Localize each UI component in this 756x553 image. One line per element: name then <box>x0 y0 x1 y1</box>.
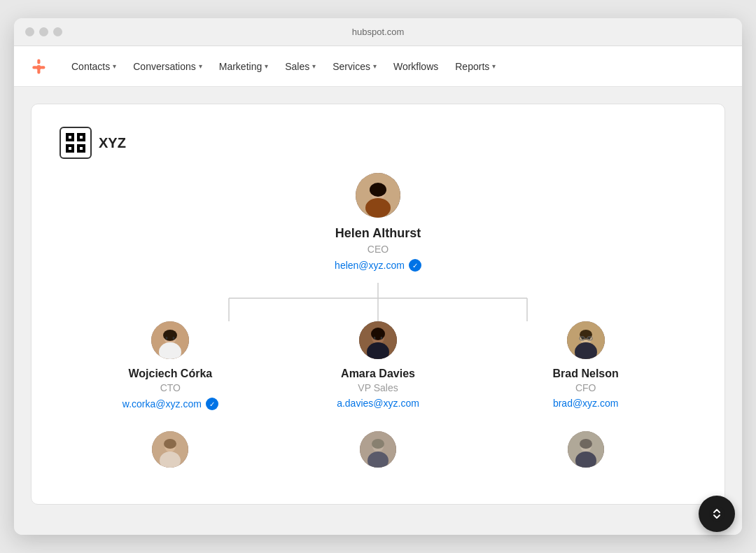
nav-item-marketing[interactable]: Marketing ▾ <box>212 57 275 76</box>
dot-green <box>53 27 62 36</box>
chevron-icon: ▾ <box>265 62 268 70</box>
amara-email-link[interactable]: a.davies@xyz.com <box>337 398 419 409</box>
content-area: XYZ Helen Althurst CEO hele <box>14 87 742 535</box>
ceo-email-row: helen@xyz.com ✓ <box>335 259 421 272</box>
svg-rect-7 <box>69 147 71 150</box>
report-brad: Brad Nelson CFO brad@xyz.com <box>489 321 682 410</box>
nav-item-reports[interactable]: Reports ▾ <box>448 57 503 76</box>
ceo-title: CEO <box>368 244 388 255</box>
svg-point-21 <box>163 330 177 341</box>
brad-avatar <box>567 321 605 359</box>
svg-point-29 <box>381 337 383 340</box>
browser-dots <box>25 27 62 36</box>
dot-red <box>25 27 34 36</box>
company-brand: XYZ <box>59 127 696 159</box>
brad-email-row: brad@xyz.com <box>553 398 619 409</box>
org-chart-card: XYZ Helen Althurst CEO hele <box>31 104 725 505</box>
hubspot-logo[interactable] <box>28 57 48 76</box>
dot-yellow <box>39 27 48 36</box>
report-wojciech: Wojciech Córka CTO w.corka@xyz.com ✓ <box>74 321 267 410</box>
chevron-icon: ▾ <box>199 62 202 70</box>
nav-item-sales[interactable]: Sales ▾ <box>278 57 323 76</box>
reports-row-2 <box>59 431 696 476</box>
nav-item-contacts[interactable]: Contacts ▾ <box>64 57 123 76</box>
reports-row: Wojciech Córka CTO w.corka@xyz.com ✓ <box>59 321 696 410</box>
wojciech-email-row: w.corka@xyz.com ✓ <box>122 398 218 410</box>
amara-name: Amara Davies <box>341 368 415 380</box>
svg-point-11 <box>365 198 391 218</box>
ceo-section: Helen Althurst CEO helen@xyz.com ✓ <box>59 173 696 272</box>
brad-title: CFO <box>575 382 596 393</box>
svg-point-51 <box>709 506 724 522</box>
nav-bar: Contacts ▾ Conversations ▾ Marketing ▾ S… <box>14 46 742 87</box>
svg-point-22 <box>166 337 168 340</box>
svg-point-23 <box>173 337 175 340</box>
verified-badge: ✓ <box>409 259 421 272</box>
tree-connector <box>59 283 696 321</box>
svg-point-50 <box>580 439 592 449</box>
nav-item-conversations[interactable]: Conversations ▾ <box>126 57 209 76</box>
report-small-2 <box>281 431 475 476</box>
nav-item-workflows[interactable]: Workflows <box>386 57 445 76</box>
svg-rect-8 <box>80 147 83 150</box>
svg-rect-6 <box>80 136 83 139</box>
report-small-1 <box>74 431 267 476</box>
svg-point-28 <box>374 337 376 340</box>
nav-item-services[interactable]: Services ▾ <box>326 57 384 76</box>
svg-point-34 <box>581 337 583 340</box>
ceo-email-link[interactable]: helen@xyz.com <box>335 260 405 271</box>
company-logo <box>59 127 92 159</box>
svg-rect-5 <box>69 136 71 139</box>
svg-point-0 <box>36 64 41 69</box>
chevron-icon: ▾ <box>312 62 316 70</box>
ceo-name: Helen Althurst <box>335 226 421 241</box>
amara-avatar <box>359 321 397 359</box>
amara-title: VP Sales <box>358 382 398 393</box>
chevron-icon: ▾ <box>113 62 116 70</box>
company-name-label: XYZ <box>99 135 126 151</box>
svg-point-42 <box>164 439 176 449</box>
brad-name: Brad Nelson <box>553 368 619 380</box>
svg-point-27 <box>371 328 385 340</box>
report-small-3 <box>489 431 682 476</box>
chevron-icon: ▾ <box>373 62 377 70</box>
wojciech-email-link[interactable]: w.corka@xyz.com <box>122 398 202 410</box>
browser-window: hubspot.com Contacts ▾ Conversations ▾ M… <box>14 18 742 535</box>
brad-email-link[interactable]: brad@xyz.com <box>553 398 619 409</box>
browser-titlebar: hubspot.com <box>14 18 742 46</box>
small-avatar-3 <box>568 431 604 468</box>
amara-email-row: a.davies@xyz.com <box>337 398 419 409</box>
wojciech-verified-badge: ✓ <box>206 398 218 410</box>
svg-point-46 <box>372 439 384 449</box>
ceo-avatar <box>356 173 400 218</box>
wojciech-title: CTO <box>160 382 181 393</box>
fab-button[interactable] <box>699 496 735 532</box>
browser-url: hubspot.com <box>352 27 404 37</box>
svg-point-35 <box>588 337 590 340</box>
small-avatar-1 <box>152 431 188 468</box>
wojciech-name: Wojciech Córka <box>128 368 212 380</box>
small-avatar-2 <box>360 431 396 468</box>
chevron-icon: ▾ <box>492 62 496 70</box>
report-amara: Amara Davies VP Sales a.davies@xyz.com <box>281 321 475 410</box>
wojciech-avatar <box>151 321 189 359</box>
